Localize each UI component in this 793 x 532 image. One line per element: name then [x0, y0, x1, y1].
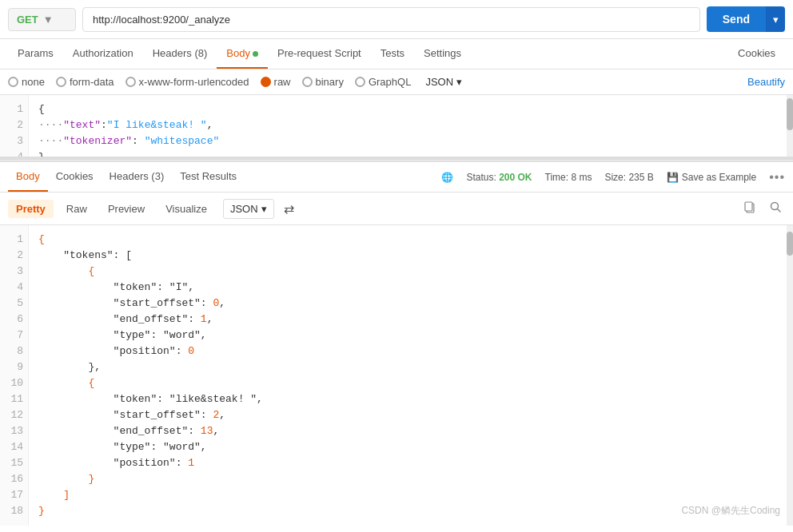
tab-authorization[interactable]: Authorization	[63, 39, 143, 69]
search-icon	[769, 200, 782, 213]
size-value: 235 B	[628, 172, 653, 183]
resp-json-select[interactable]: JSON ▾	[223, 199, 274, 219]
radio-urlencoded-icon	[126, 77, 136, 87]
req-code-content[interactable]: { ····"text":"I like&steak! ", ····"toke…	[29, 95, 793, 159]
body-binary-label: binary	[316, 76, 344, 88]
body-type-graphql[interactable]: GraphQL	[355, 76, 411, 88]
response-status: 🌐 Status: 200 OK Time: 8 ms Size: 235 B …	[441, 170, 785, 185]
size-label: Size: 235 B	[604, 172, 653, 183]
json-select-label: JSON	[425, 76, 453, 88]
json-chevron-icon: ▾	[456, 76, 462, 88]
more-options-button[interactable]: •••	[769, 170, 785, 185]
cookies-link[interactable]: Cookies	[728, 39, 785, 69]
radio-raw-icon	[261, 77, 271, 87]
method-chevron-icon: ▼	[43, 14, 54, 26]
top-bar: GET ▼ Send ▾	[0, 0, 793, 39]
radio-graphql-icon	[355, 77, 365, 87]
resp-action-icons	[740, 197, 785, 220]
request-code-lines: 1234 { ····"text":"I like&steak! ", ····…	[0, 95, 793, 159]
globe-icon: 🌐	[441, 172, 453, 183]
resp-json-chevron-icon: ▾	[261, 203, 267, 215]
tab-pre-request[interactable]: Pre-request Script	[268, 39, 371, 69]
send-dropdown-button[interactable]: ▾	[766, 6, 785, 32]
tab-params[interactable]: Params	[8, 39, 63, 69]
request-tabs: Params Authorization Headers (8) Body Pr…	[0, 39, 793, 69]
body-type-none[interactable]: none	[8, 76, 45, 88]
request-code-editor: 1234 { ····"text":"I like&steak! ", ····…	[0, 95, 793, 159]
copy-button[interactable]	[740, 197, 759, 220]
req-scrollbar-thumb	[787, 98, 793, 130]
resp-scrollbar[interactable]	[787, 225, 793, 526]
watermark: CSDN @鳞先生Coding	[681, 504, 780, 518]
response-tabs-bar: Body Cookies Headers (3) Test Results 🌐 …	[0, 162, 793, 193]
format-raw-button[interactable]: Raw	[58, 200, 95, 218]
response-code-lines: 123456789101112131415161718 { "tokens": …	[0, 225, 793, 526]
resp-tab-body[interactable]: Body	[8, 162, 48, 192]
body-type-binary[interactable]: binary	[302, 76, 344, 88]
beautify-button[interactable]: Beautify	[747, 76, 785, 88]
body-type-raw[interactable]: raw	[261, 76, 291, 88]
status-code: 200 OK	[499, 172, 532, 183]
tab-settings[interactable]: Settings	[414, 39, 471, 69]
tab-tests[interactable]: Tests	[371, 39, 414, 69]
body-graphql-label: GraphQL	[369, 76, 411, 88]
resp-tab-headers[interactable]: Headers (3)	[102, 162, 173, 192]
time-label: Time: 8 ms	[545, 172, 592, 183]
body-urlencoded-label: x-www-form-urlencoded	[139, 76, 249, 88]
radio-formdata-icon	[56, 77, 66, 87]
search-button[interactable]	[766, 197, 785, 220]
tab-headers[interactable]: Headers (8)	[143, 39, 217, 69]
body-type-urlencoded[interactable]: x-www-form-urlencoded	[126, 76, 249, 88]
method-label: GET	[17, 14, 38, 26]
body-raw-label: raw	[274, 76, 291, 88]
radio-none-icon	[8, 77, 18, 87]
response-format-row: Pretty Raw Preview Visualize JSON ▾ ⇄	[0, 193, 793, 225]
format-visualize-button[interactable]: Visualize	[157, 200, 215, 218]
resp-scrollbar-thumb	[787, 232, 793, 256]
resp-code-content[interactable]: { "tokens": [ { "token": "I", "start_off…	[29, 225, 787, 526]
save-as-example-button[interactable]: 💾 Save as Example	[667, 172, 756, 183]
copy-icon	[743, 200, 756, 213]
time-value: 8 ms	[571, 172, 592, 183]
format-pretty-button[interactable]: Pretty	[8, 200, 54, 218]
resp-tab-test-results[interactable]: Test Results	[172, 162, 245, 192]
body-type-form-data[interactable]: form-data	[56, 76, 114, 88]
status-label: Status: 200 OK	[466, 172, 532, 183]
resp-json-label: JSON	[230, 203, 258, 215]
svg-line-3	[778, 209, 781, 212]
resp-line-numbers: 123456789101112131415161718	[0, 225, 29, 526]
radio-binary-icon	[302, 77, 313, 87]
method-select[interactable]: GET ▼	[8, 8, 76, 31]
req-scrollbar[interactable]	[787, 95, 793, 157]
svg-rect-1	[745, 202, 752, 211]
wrap-lines-button[interactable]: ⇄	[284, 201, 294, 216]
save-icon: 💾	[667, 172, 679, 183]
response-code-editor: 123456789101112131415161718 { "tokens": …	[0, 225, 793, 526]
body-formdata-label: form-data	[70, 76, 114, 88]
send-button[interactable]: Send	[707, 6, 766, 32]
url-input[interactable]	[82, 7, 700, 32]
req-line-numbers: 1234	[0, 95, 29, 159]
body-type-row: none form-data x-www-form-urlencoded raw…	[0, 69, 793, 95]
send-btn-group: Send ▾	[707, 6, 785, 32]
body-none-label: none	[22, 76, 45, 88]
format-preview-button[interactable]: Preview	[100, 200, 153, 218]
tab-body[interactable]: Body	[217, 39, 268, 69]
save-example-label: Save as Example	[682, 172, 756, 183]
json-type-select[interactable]: JSON ▾	[425, 76, 462, 88]
resp-tab-cookies[interactable]: Cookies	[48, 162, 102, 192]
